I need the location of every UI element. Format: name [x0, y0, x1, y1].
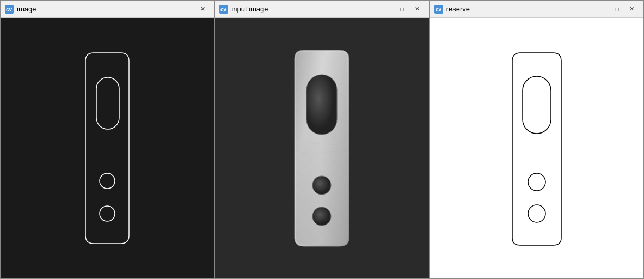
app-icon-3: cv	[434, 5, 443, 14]
window-title-3: reserve	[446, 5, 591, 13]
svg-point-8	[312, 176, 331, 195]
svg-rect-7	[306, 75, 337, 135]
window-image: cv image — □ ✕	[0, 0, 214, 279]
close-button-3[interactable]: ✕	[625, 4, 639, 15]
close-button[interactable]: ✕	[195, 4, 210, 15]
image-canvas	[1, 18, 214, 278]
titlebar-input-image: cv input image — □ ✕	[215, 1, 428, 18]
maximize-button[interactable]: □	[180, 4, 194, 15]
svg-point-3	[100, 173, 115, 189]
minimize-button[interactable]: —	[165, 4, 179, 15]
window-input-image: cv input image — □ ✕	[214, 0, 429, 279]
svg-text:cv: cv	[436, 7, 442, 13]
svg-rect-15	[523, 76, 551, 134]
app-icon: cv	[5, 5, 14, 14]
titlebar-reserve: cv reserve — □ ✕	[430, 1, 643, 18]
svg-point-4	[100, 206, 115, 221]
minimize-button-3[interactable]: —	[594, 4, 609, 15]
window-title-2: input image	[231, 5, 376, 13]
maximize-button-2[interactable]: □	[395, 4, 409, 15]
maximize-button-3[interactable]: □	[610, 4, 624, 15]
input-image-canvas	[215, 18, 428, 278]
part-outline-white	[53, 34, 162, 263]
svg-text:cv: cv	[6, 7, 13, 13]
app-icon-2: cv	[219, 5, 228, 14]
window-controls-3: — □ ✕	[594, 4, 639, 15]
minimize-button-2[interactable]: —	[380, 4, 394, 15]
svg-point-16	[528, 173, 545, 191]
svg-text:cv: cv	[220, 7, 227, 13]
close-button-2[interactable]: ✕	[410, 4, 425, 15]
window-title: image	[17, 5, 162, 13]
svg-point-9	[312, 207, 331, 226]
titlebar-image: cv image — □ ✕	[1, 1, 214, 18]
metal-part-photo	[262, 34, 382, 263]
window-reserve: cv reserve — □ ✕	[430, 0, 644, 279]
window-controls: — □ ✕	[165, 4, 210, 15]
window-controls-2: — □ ✕	[380, 4, 425, 15]
part-outline-black	[482, 34, 591, 263]
svg-rect-2	[96, 77, 119, 129]
svg-point-17	[528, 205, 545, 222]
reserve-canvas	[430, 18, 643, 278]
